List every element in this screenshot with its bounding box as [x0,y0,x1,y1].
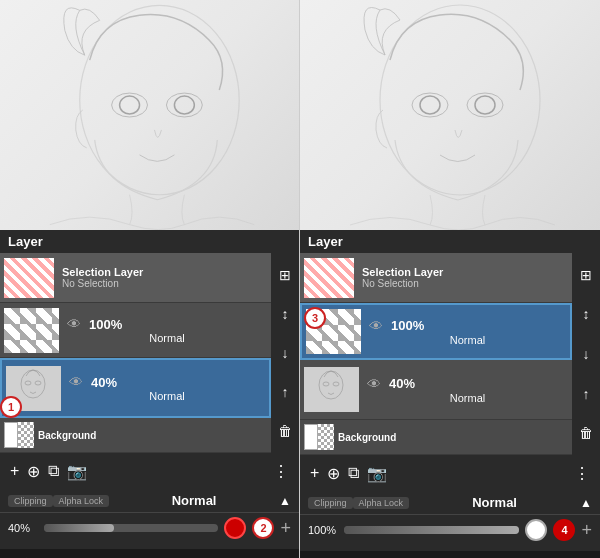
left-tool-redo[interactable]: ↪ [204,555,225,559]
left-layer1-opacity: 40% [91,375,117,390]
right-opacity-circle[interactable] [525,519,547,541]
left-circle-2: 2 [252,517,274,539]
right-layer-title: Layer [308,234,343,249]
left-more-btn[interactable]: ⋮ [269,460,293,483]
left-tool-brush[interactable]: 🖌️ [82,555,110,559]
svg-point-11 [420,96,440,114]
left-selection-info: Selection Layer No Selection [58,264,271,291]
right-camera-btn[interactable]: 📷 [363,462,391,485]
right-layer-list: Selection Layer No Selection 3 👁 100% No… [300,253,572,455]
right-opacity-val: 100% [308,524,338,536]
left-layer2-eye[interactable]: 👁 [67,316,81,332]
left-side-btn-trash[interactable]: 🗑 [276,422,294,440]
left-bg-name: Background [38,430,96,441]
left-opacity-slider[interactable] [44,524,218,532]
right-panel: Layer Selection Layer No Selection 3 [300,0,600,558]
right-selection-sub: No Selection [362,278,568,289]
left-layer1-info: 👁 40% Normal [65,372,269,404]
right-selection-thumb [304,258,354,298]
right-bottom-bar: Clipping Alpha Lock Normal ▲ 100% 4 + [300,491,600,551]
right-layer-panel: Layer Selection Layer No Selection 3 [300,230,600,491]
left-layer2-opacity: 100% [89,317,122,332]
left-tool-undo[interactable]: ↩ [146,555,167,559]
right-layer1-info: 👁 40% Normal [363,374,572,406]
left-merge-btn[interactable]: ⊕ [23,460,44,483]
left-layer-2[interactable]: 👁 100% Normal [0,303,271,358]
left-alpha-tag[interactable]: Alpha Lock [53,495,110,507]
svg-rect-14 [304,367,359,412]
right-opacity-fill [344,526,519,534]
right-layer2-opacity: 100% [391,318,424,333]
left-camera-btn[interactable]: 📷 [63,460,91,483]
left-layer2-thumb [4,308,59,353]
right-bg-checker [318,424,334,450]
right-side-controls: ⊞ ↕ ↓ ↑ 🗑 [572,253,600,455]
left-blend-mode[interactable]: Normal [109,493,279,508]
right-layer-1[interactable]: 👁 40% Normal [300,360,572,420]
right-selection-layer[interactable]: Selection Layer No Selection [300,253,572,303]
left-layer-content: Selection Layer No Selection 👁 100% Norm… [0,253,299,453]
left-opacity-fill [44,524,114,532]
left-mode-up[interactable]: ▲ [279,494,291,508]
right-mode-up[interactable]: ▲ [580,496,592,510]
right-side-btn-4[interactable]: ↑ [581,385,592,403]
left-tool-back[interactable]: ◀ [261,555,281,559]
right-layer1-eye[interactable]: 👁 [367,376,381,392]
left-layer1-blend: Normal [69,390,265,402]
left-selection-thumb [4,258,54,298]
left-bottom-bar: Clipping Alpha Lock Normal ▲ 40% 2 + [0,489,299,549]
right-side-btn-trash[interactable]: 🗑 [577,424,595,442]
right-merge-btn[interactable]: ⊕ [323,462,344,485]
right-more-btn[interactable]: ⋮ [570,462,594,485]
right-opacity-slider[interactable] [344,526,519,534]
left-clipping-tag[interactable]: Clipping [8,495,53,507]
left-plus-btn[interactable]: + [280,518,291,539]
right-layer1-opacity: 40% [389,376,415,391]
left-bg-checker [18,422,34,448]
right-bg-thumb [304,424,334,450]
right-background-layer[interactable]: Background [300,420,572,455]
right-alpha-tag[interactable]: Alpha Lock [353,497,410,509]
left-side-btn-3[interactable]: ↓ [280,344,291,362]
svg-point-2 [120,96,140,114]
left-opacity-val: 40% [8,522,38,534]
left-layer-panel: Layer Selection Layer No Selection [0,230,299,489]
right-blend-mode[interactable]: Normal [409,495,580,510]
left-bottom-controls: + ⊕ ⧉ 📷 ⋮ [0,453,299,489]
svg-point-13 [475,96,495,114]
right-side-btn-3[interactable]: ↓ [581,345,592,363]
right-side-btn-2[interactable]: ↕ [581,305,592,323]
right-layer1-thumb [304,367,359,412]
left-side-btn-2[interactable]: ↕ [280,305,291,323]
left-dup-btn[interactable]: ⧉ [44,460,63,482]
right-layer2-info: 👁 100% Normal [365,316,570,348]
right-layer2-blend: Normal [369,334,566,346]
left-side-btn-1[interactable]: ⊞ [277,266,293,284]
left-tools-bar: ✏️ 🖌️ ↩ ↪ ◀ [0,549,299,558]
right-side-btn-1[interactable]: ⊞ [578,266,594,284]
left-side-controls: ⊞ ↕ ↓ ↑ 🗑 [271,253,299,453]
right-selection-name: Selection Layer [362,266,568,278]
right-add-btn[interactable]: + [306,462,323,484]
right-dup-btn[interactable]: ⧉ [344,462,363,484]
left-layer-title: Layer [8,234,43,249]
left-side-btn-4[interactable]: ↑ [280,383,291,401]
right-layer2-eye[interactable]: 👁 [369,318,383,334]
left-selection-layer[interactable]: Selection Layer No Selection [0,253,271,303]
right-canvas [300,0,600,230]
left-tool-pen[interactable]: ✏️ [18,555,46,559]
left-layer-1[interactable]: 1 [0,358,271,418]
left-add-btn[interactable]: + [6,460,23,482]
left-background-layer[interactable]: Background [0,418,271,453]
left-opacity-circle[interactable] [224,517,246,539]
right-plus-btn[interactable]: + [581,520,592,541]
right-circle-3: 3 [304,307,326,329]
right-circle-4: 4 [553,519,575,541]
left-bottom-top: Clipping Alpha Lock Normal ▲ [0,489,299,513]
right-layer-2[interactable]: 3 👁 100% Normal [300,303,572,360]
left-layer2-info: 👁 100% Normal [63,314,271,346]
right-bottom-bottom: 100% 4 + [300,515,600,545]
left-layer1-eye[interactable]: 👁 [69,374,83,390]
right-clipping-tag[interactable]: Clipping [308,497,353,509]
left-selection-sub: No Selection [62,278,267,289]
